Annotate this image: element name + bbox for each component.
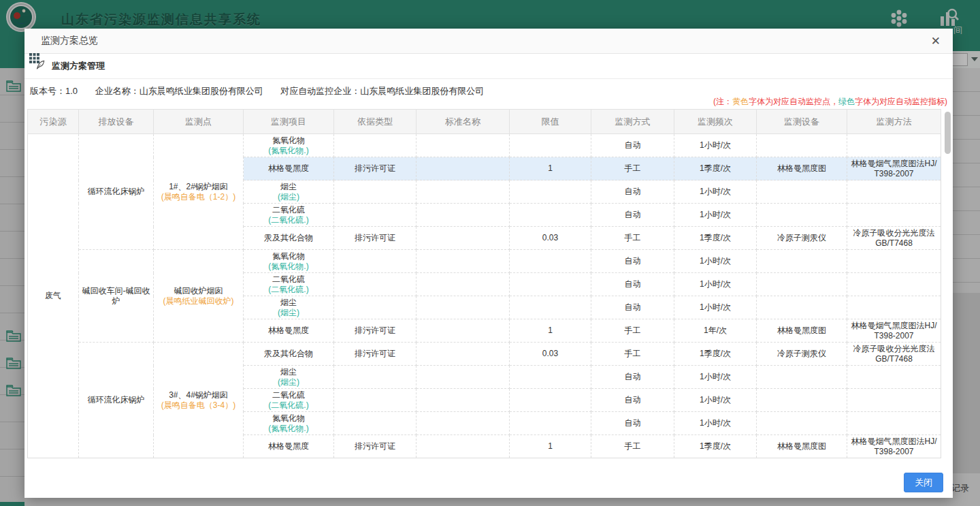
standard-name-cell <box>416 273 510 296</box>
standard-name-cell <box>416 296 510 319</box>
basis-type-cell <box>334 134 416 157</box>
monitor-item-cell: 烟尘(烟尘) <box>244 180 334 204</box>
basis-type-cell <box>334 389 416 412</box>
device-cell <box>757 389 847 412</box>
standard-name-cell <box>416 366 510 389</box>
column-header: 排放设备 <box>79 110 154 134</box>
standard-name-cell <box>416 227 510 250</box>
screen: 山东省污染源监测信息共享系统 间 <box>0 0 980 506</box>
method-cell <box>847 366 941 389</box>
monitor-mode-cell: 自动 <box>591 366 674 389</box>
close-icon[interactable]: ✕ <box>931 35 941 47</box>
basis-type-cell <box>334 412 416 435</box>
frequency-cell: 1小时/次 <box>674 296 757 319</box>
column-header: 监测点 <box>154 110 244 134</box>
column-header: 标准名称 <box>416 110 510 134</box>
monitor-point-cell: 碱回收炉烟囱(晨鸣纸业碱回收炉) <box>154 250 244 343</box>
monitor-mode-cell: 自动 <box>591 296 674 319</box>
table-row[interactable]: 废气循环流化床锅炉1#、2#锅炉烟囱(晨鸣自备电（1-2）)氮氧化物(氮氧化物.… <box>28 134 941 157</box>
method-cell <box>847 273 941 296</box>
monitor-point-sub: (晨鸣自备电（1-2）) <box>157 192 240 202</box>
method-cell: 冷原子吸收分光光度法GB/T7468 <box>847 343 941 366</box>
frequency-cell: 1小时/次 <box>674 366 757 389</box>
column-header: 监测项目 <box>244 110 334 134</box>
monitor-mode-cell: 自动 <box>591 412 674 435</box>
device-cell <box>757 180 847 204</box>
frequency-cell: 1小时/次 <box>674 389 757 412</box>
modal-title: 监测方案总览 <box>41 35 98 47</box>
monitor-point-cell: 1#、2#锅炉烟囱(晨鸣自备电（1-2）) <box>154 134 244 250</box>
plan-info-row: 版本号：1.0 企业名称：山东晨鸣纸业集团股份有限公司 对应自动监控企业：山东晨… <box>24 79 953 109</box>
device-cell <box>757 134 847 157</box>
equipment-cell: 碱回收车间-碱回收炉 <box>79 250 154 343</box>
standard-name-cell <box>416 157 510 180</box>
monitor-item-cell: 二氧化硫(二氧化硫.) <box>244 204 334 227</box>
method-cell: 林格曼烟气黑度图法HJ/T398-2007 <box>847 319 941 343</box>
monitor-item-cell: 汞及其化合物 <box>244 227 334 250</box>
standard-name-cell <box>416 389 510 412</box>
frequency-cell: 1小时/次 <box>674 204 757 227</box>
monitor-mode-cell: 自动 <box>591 204 674 227</box>
frequency-cell: 1小时/次 <box>674 412 757 435</box>
close-button[interactable]: 关闭 <box>904 473 943 492</box>
basis-type-cell <box>334 273 416 296</box>
frequency-cell: 1小时/次 <box>674 250 757 273</box>
limit-cell <box>510 250 591 273</box>
frequency-cell: 1小时/次 <box>674 134 757 157</box>
monitor-item-sub: (氮氧化物.) <box>246 262 331 272</box>
equipment-cell: 循环流化床锅炉 <box>79 343 154 458</box>
grid-menu-icon[interactable] <box>29 52 39 67</box>
table-row[interactable]: 碱回收车间-碱回收炉碱回收炉烟囱(晨鸣纸业碱回收炉)氮氧化物(氮氧化物.)自动1… <box>28 250 941 273</box>
section-title: 监测方案管理 <box>52 60 105 72</box>
standard-name-cell <box>416 180 510 204</box>
monitor-item-sub: (二氧化硫.) <box>246 285 331 295</box>
table-header-row: 污染源排放设备监测点监测项目依据类型标准名称限值监测方式监测频次监测设备监测方法 <box>28 110 941 134</box>
frequency-cell: 1季度/次 <box>674 157 757 180</box>
method-cell: 林格曼烟气黑度图法HJ/T398-2007 <box>847 435 941 458</box>
modal-titlebar: 监测方案总览 ✕ <box>24 29 953 54</box>
column-header: 污染源 <box>28 110 79 134</box>
basis-type-cell: 排污许可证 <box>334 157 416 180</box>
monitor-point-cell: 3#、4#锅炉烟囱(晨鸣自备电（3-4）) <box>154 343 244 458</box>
method-cell <box>847 250 941 273</box>
monitoring-table: 污染源排放设备监测点监测项目依据类型标准名称限值监测方式监测频次监测设备监测方法… <box>27 109 941 458</box>
device-cell: 林格曼黑度图 <box>757 319 847 343</box>
frequency-cell: 1小时/次 <box>674 180 757 204</box>
column-header: 监测设备 <box>757 110 847 134</box>
basis-type-cell <box>334 204 416 227</box>
column-header: 监测方式 <box>591 110 674 134</box>
method-cell: 林格曼烟气黑度图法HJ/T398-2007 <box>847 157 941 180</box>
standard-name-cell <box>416 343 510 366</box>
frequency-cell: 1季度/次 <box>674 435 757 458</box>
limit-cell: 0.03 <box>510 227 591 250</box>
table-scrollbar[interactable] <box>945 110 951 467</box>
table-scrollbar-thumb[interactable] <box>945 112 951 154</box>
limit-cell <box>510 296 591 319</box>
standard-name-cell <box>416 412 510 435</box>
limit-cell: 0.03 <box>510 343 591 366</box>
section-header: 监测方案管理 <box>24 54 953 79</box>
monitor-item-cell: 二氧化硫(二氧化硫.) <box>244 389 334 412</box>
monitor-point-sub: (晨鸣自备电（3-4）) <box>157 400 240 411</box>
column-header: 监测方法 <box>847 110 941 134</box>
limit-cell <box>510 180 591 204</box>
monitor-mode-cell: 自动 <box>591 250 674 273</box>
method-cell <box>847 389 941 412</box>
basis-type-cell <box>334 250 416 273</box>
monitor-mode-cell: 手工 <box>591 157 674 180</box>
basis-type-cell: 排污许可证 <box>334 435 416 458</box>
monitor-item-sub: (烟尘) <box>246 192 331 202</box>
limit-cell <box>510 273 591 296</box>
limit-cell <box>510 389 591 412</box>
column-header: 限值 <box>510 110 591 134</box>
device-cell <box>757 412 847 435</box>
limit-cell: 1 <box>510 157 591 180</box>
standard-name-cell <box>416 250 510 273</box>
standard-name-cell <box>416 134 510 157</box>
table-row[interactable]: 循环流化床锅炉3#、4#锅炉烟囱(晨鸣自备电（3-4）)汞及其化合物排污许可证0… <box>28 343 941 366</box>
basis-type-cell: 排污许可证 <box>334 227 416 250</box>
method-cell <box>847 204 941 227</box>
method-cell <box>847 134 941 157</box>
method-cell <box>847 296 941 319</box>
device-cell <box>757 250 847 273</box>
